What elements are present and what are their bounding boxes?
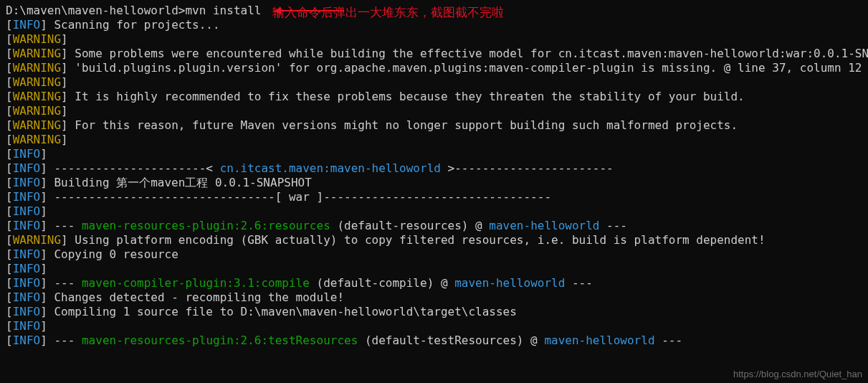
- log-line: [INFO] --- maven-compiler-plugin:3.1:com…: [6, 276, 862, 290]
- log-line: [INFO] --------------------------------[…: [6, 190, 862, 204]
- log-line: [INFO] Compiling 1 source file to D:\mav…: [6, 305, 862, 319]
- log-line: [INFO] Building 第一个maven工程 0.0.1-SNAPSHO…: [6, 176, 862, 190]
- log-line: [INFO] --- maven-resources-plugin:2.6:te…: [6, 334, 862, 348]
- log-line: [WARNING]: [6, 104, 862, 118]
- log-line: [WARNING]: [6, 133, 862, 147]
- log-line: [WARNING] Some problems were encountered…: [6, 47, 862, 61]
- terminal-output: D:\maven\maven-helloworld>mvn install [I…: [6, 4, 862, 348]
- log-line: [INFO]: [6, 319, 862, 334]
- log-line: [INFO] ----------------------< cn.itcast…: [6, 161, 862, 176]
- log-line: [INFO] Copying 0 resource: [6, 247, 862, 262]
- log-line: [INFO] Scanning for projects...: [6, 18, 862, 32]
- log-line: [INFO]: [6, 204, 862, 219]
- log-line: [WARNING] For this reason, future Maven …: [6, 118, 862, 133]
- log-line: [INFO]: [6, 262, 862, 276]
- log-line: [WARNING] It is highly recommended to fi…: [6, 90, 862, 104]
- log-line: [WARNING]: [6, 32, 862, 47]
- log-line: [INFO]: [6, 147, 862, 161]
- annotation-text: 输入命令后弹出一大堆东东，截图截不完啦: [272, 6, 504, 20]
- log-line: [INFO] Changes detected - recompiling th…: [6, 290, 862, 305]
- log-line: [WARNING] Using platform encoding (GBK a…: [6, 233, 862, 247]
- log-line: [INFO] --- maven-resources-plugin:2.6:re…: [6, 219, 862, 233]
- log-line: [WARNING]: [6, 75, 862, 90]
- watermark: https://blog.csdn.net/Quiet_han: [733, 367, 862, 382]
- log-line: [WARNING] 'build.plugins.plugin.version'…: [6, 61, 862, 75]
